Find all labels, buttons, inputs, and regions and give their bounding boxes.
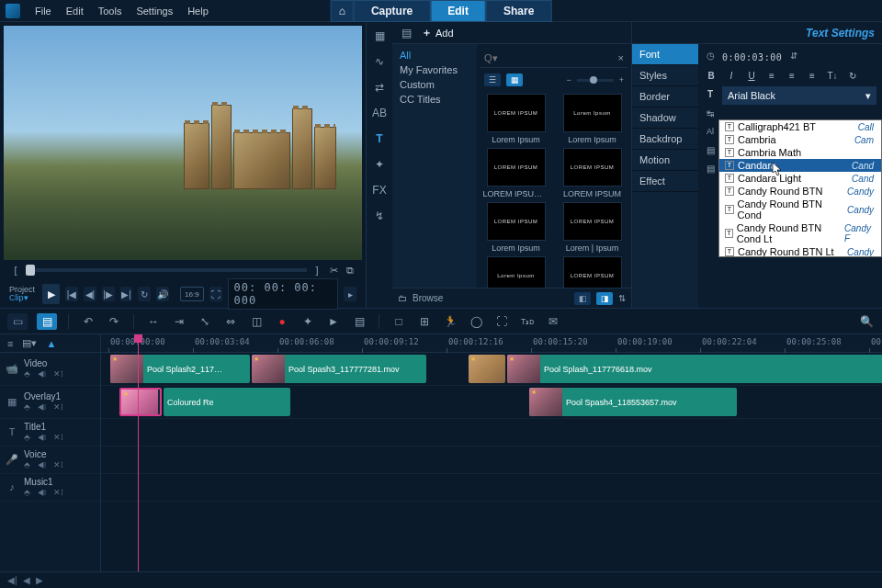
timecode-spinner[interactable]: ⇵ <box>787 51 800 63</box>
font-option[interactable]: T Calligraph421 BT Call <box>719 120 881 133</box>
titles-tab-icon[interactable]: AB <box>371 105 388 121</box>
italic-button[interactable]: I <box>724 69 739 82</box>
media-tab-icon[interactable]: ▦ <box>371 28 388 44</box>
tool-trim-icon[interactable]: ⇥ <box>171 313 187 330</box>
storyboard-tab-button[interactable]: ▭ <box>7 313 28 330</box>
track-fx-icon[interactable]: ✕⁞ <box>53 433 63 443</box>
mark-in-icon[interactable]: [ <box>9 264 22 277</box>
tab-styles[interactable]: Styles <box>632 65 698 86</box>
tool-3d-icon[interactable]: T₃ᴅ <box>519 313 536 330</box>
menu-help[interactable]: Help <box>180 2 216 20</box>
layer1-icon[interactable]: ▤ <box>704 145 717 158</box>
vertical-text-button[interactable]: T↓ <box>825 69 840 82</box>
tool-move-icon[interactable]: ↔︎ <box>145 313 162 330</box>
timeline-clip[interactable] <box>119 388 162 416</box>
undo-button[interactable]: ↶ <box>80 313 96 330</box>
tab-effect[interactable]: Effect <box>632 171 698 192</box>
folder-icon[interactable]: 🗀 <box>398 293 407 303</box>
category-all[interactable]: All <box>400 50 469 61</box>
prev-frame-button[interactable]: ◀| <box>84 287 96 301</box>
category-cc-titles[interactable]: CC Titles <box>400 94 469 105</box>
fullscreen-button[interactable]: ⛶ <box>209 287 222 301</box>
overlay-lane[interactable]: Coloured Re Pool Spash4_118553657.mov <box>101 386 882 419</box>
track-mute-icon[interactable]: ⬘ <box>24 460 30 470</box>
category-custom[interactable]: Custom <box>400 79 469 90</box>
track-fx-icon[interactable]: ✕⁞ <box>53 460 63 470</box>
tool-pan-icon[interactable]: ⛶ <box>493 313 510 330</box>
track-mute-icon[interactable]: ⬘ <box>24 369 30 379</box>
tool-multi-icon[interactable]: ⊞ <box>416 313 433 330</box>
preview-viewport[interactable] <box>4 26 362 260</box>
track-mute-icon[interactable]: ⬘ <box>24 488 30 498</box>
mode-share-button[interactable]: Share <box>486 0 551 22</box>
track-header[interactable]: 📹 Video ⬘ ◀፧ ✕⁞ <box>0 353 100 386</box>
timeline-tab-button[interactable]: ▤ <box>37 313 57 330</box>
font-option[interactable]: T Candara Cand <box>719 159 881 172</box>
menu-tools[interactable]: Tools <box>91 2 130 20</box>
track-volume-icon[interactable]: ◀፧ <box>38 369 46 379</box>
mode-capture-button[interactable]: Capture <box>354 0 430 22</box>
track-header[interactable]: ♪ Music1 ⬘ ◀፧ ✕⁞ <box>0 474 100 502</box>
font-option[interactable]: T Candy Round BTN Candy <box>719 185 881 198</box>
align-right-button[interactable]: ≡ <box>805 69 820 82</box>
scroll-right-icon[interactable]: ▶ <box>36 575 43 585</box>
zoom-timeline-icon[interactable]: 🔍 <box>858 313 875 330</box>
track-fx-icon[interactable]: ✕⁞ <box>53 402 63 413</box>
tool-crop-icon[interactable]: ◫ <box>248 313 265 330</box>
timeline-clip[interactable]: Coloured Re <box>164 388 290 416</box>
scroll-start-icon[interactable]: ◀ <box>23 575 30 585</box>
track-volume-icon[interactable]: ◀፧ <box>38 433 46 443</box>
font-option[interactable]: T Candy Round BTN Cond Lt Candy F <box>719 221 881 245</box>
menu-edit[interactable]: Edit <box>59 2 91 20</box>
playhead[interactable] <box>138 334 139 571</box>
tab-motion[interactable]: Motion <box>632 150 698 171</box>
track-fx-icon[interactable]: ✕⁞ <box>53 369 63 379</box>
title-preset-thumb[interactable]: LOREM IPSUM <box>557 256 628 288</box>
play-button[interactable]: ▶ <box>42 284 60 304</box>
title-preset-thumb[interactable]: LOREM IPSUM Lorem | Ipsum <box>557 202 628 253</box>
title-preset-thumb[interactable]: Lorem Ipsum Lorem Ipsum <box>557 94 628 144</box>
project-clip-toggle[interactable]: Project Clip▾ <box>9 286 35 302</box>
goto-end-button[interactable]: ▶| <box>120 287 133 301</box>
text-direction-icon[interactable]: ↹ <box>704 108 717 121</box>
font-family-select[interactable]: Arial Black▾ <box>722 86 876 105</box>
font-dropdown[interactable]: T Calligraph421 BT Call T Cambria Cam T … <box>718 119 882 257</box>
title-preset-thumb[interactable]: Lorem Ipsum <box>481 256 551 288</box>
timeline-clip[interactable]: Pool Spash4_118553657.mov <box>529 388 737 416</box>
tool-marker-icon[interactable]: ✦ <box>300 313 316 330</box>
redo-button[interactable]: ↷ <box>106 313 122 330</box>
tool-speed-icon[interactable]: ► <box>325 313 342 330</box>
transition-tab-icon[interactable]: ⇄ <box>371 79 388 96</box>
track-fx-icon[interactable]: ✕⁞ <box>53 488 63 498</box>
zoom-in-icon[interactable]: + <box>619 75 624 85</box>
browse-button[interactable]: Browse <box>413 293 443 303</box>
mark-out-icon[interactable]: ] <box>311 264 323 277</box>
duration-timecode[interactable]: 0:00:03:00 <box>722 52 782 62</box>
add-button[interactable]: ＋Add <box>422 26 454 40</box>
voice-lane[interactable] <box>101 447 882 474</box>
audio-tab-icon[interactable]: ∿ <box>371 53 388 70</box>
snapshot-icon[interactable]: ⧉ <box>344 264 356 277</box>
zoom-out-icon[interactable]: − <box>566 75 571 85</box>
view-grid-button[interactable]: ▦ <box>506 74 523 86</box>
underline-button[interactable]: U <box>744 69 759 82</box>
font-option[interactable]: T Candara Light Cand <box>719 172 881 185</box>
search-clear-icon[interactable]: × <box>618 52 624 63</box>
fx-tab-icon[interactable]: FX <box>371 182 388 198</box>
tab-backdrop[interactable]: Backdrop <box>632 129 698 150</box>
split-icon[interactable]: ✂ <box>327 264 340 277</box>
tab-border[interactable]: Border <box>632 86 698 107</box>
font-option[interactable]: T Candy Round BTN Cond Candy <box>719 198 881 221</box>
tool-tracking-icon[interactable]: ◯ <box>468 313 484 330</box>
tool-slip-icon[interactable]: ⤡ <box>197 313 213 330</box>
font-option[interactable]: T Candy Round BTN Lt Candy <box>719 245 881 257</box>
view-list-button[interactable]: ☰ <box>484 74 501 86</box>
track-header[interactable]: T Title1 ⬘ ◀፧ ✕⁞ <box>0 419 100 447</box>
timeline-clip[interactable] <box>469 355 505 383</box>
track-volume-icon[interactable]: ◀፧ <box>38 488 46 498</box>
tool-track-icon[interactable]: ▤ <box>351 313 368 330</box>
timeline-clip[interactable]: Pool Splash2_117… <box>110 355 250 383</box>
lib-opt2-button[interactable]: ◨ <box>596 292 613 305</box>
track-header[interactable]: 🎤 Voice ⬘ ◀፧ ✕⁞ <box>0 447 100 474</box>
goto-start-button[interactable]: |◀ <box>65 287 78 301</box>
